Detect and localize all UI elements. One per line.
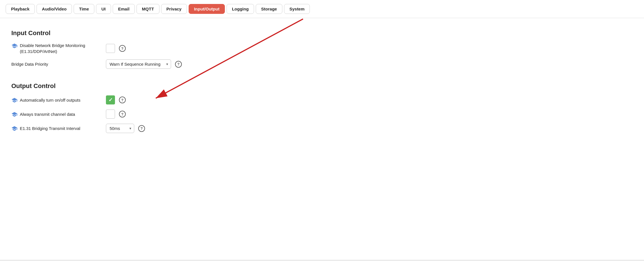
bridge-data-priority-wrapper: Warn If Sequence Running Always Never ▾ (106, 59, 171, 69)
label-auto-turn-on-off: Automatically turn on/off outputs (11, 97, 102, 103)
checkbox-auto-turn-on-off[interactable] (106, 95, 115, 104)
row-bridge-data-priority: Bridge Data Priority Warn If Sequence Ru… (11, 59, 300, 69)
e131-bridging-select[interactable]: 50ms 100ms 200ms 500ms (106, 124, 134, 133)
tab-logging[interactable]: Logging (227, 4, 254, 14)
help-icon-auto-turn-on-off[interactable]: ? (119, 97, 126, 103)
cap-icon-auto (11, 97, 18, 103)
bridge-data-priority-select[interactable]: Warn If Sequence Running Always Never (106, 59, 171, 69)
tab-privacy[interactable]: Privacy (161, 4, 187, 14)
input-control-title: Input Control (11, 29, 300, 37)
annotation-container: Automatically turn on/off outputs ? Alwa… (11, 95, 300, 119)
tab-time[interactable]: Time (74, 4, 94, 14)
row-auto-turn-on-off: Automatically turn on/off outputs ? (11, 95, 300, 104)
tab-bar: PlaybackAudio/VideoTimeUIEmailMQTTPrivac… (0, 0, 644, 18)
checkbox-always-transmit[interactable] (106, 110, 115, 119)
cap-icon (11, 43, 18, 49)
tab-playback[interactable]: Playback (6, 4, 35, 14)
tab-email[interactable]: Email (113, 4, 135, 14)
tab-audio-video[interactable]: Audio/Video (37, 4, 72, 14)
label-always-transmit: Always transmit channel data (11, 111, 102, 117)
label-bridge-data-priority: Bridge Data Priority (11, 62, 102, 67)
help-icon-always-transmit[interactable]: ? (119, 111, 126, 117)
row-disable-network-bridge: Disable Network Bridge Monitoring(E1.31/… (11, 42, 300, 54)
row-always-transmit: Always transmit channel data ? (11, 110, 300, 119)
tab-system[interactable]: System (284, 4, 310, 14)
help-icon-bridge-data-priority[interactable]: ? (175, 61, 182, 68)
e131-bridging-wrapper: 50ms 100ms 200ms 500ms ▾ (106, 124, 134, 133)
main-content: Input Control Disable Network Bridge Mon… (0, 18, 312, 147)
cap-icon-transmit (11, 111, 18, 117)
label-e131-bridging: E1.31 Bridging Transmit Interval (11, 125, 102, 132)
tab-mqtt[interactable]: MQTT (137, 4, 159, 14)
label-disable-network-bridge: Disable Network Bridge Monitoring(E1.31/… (11, 42, 102, 54)
help-icon-e131-bridging[interactable]: ? (138, 125, 145, 132)
help-icon-disable-network-bridge[interactable]: ? (119, 45, 126, 52)
tab-input-output[interactable]: Input/Output (189, 4, 225, 14)
tab-ui[interactable]: UI (96, 4, 111, 14)
output-control-title: Output Control (11, 82, 300, 90)
cap-icon-bridging (11, 125, 18, 132)
checkbox-disable-network-bridge[interactable] (106, 44, 115, 53)
row-e131-bridging: E1.31 Bridging Transmit Interval 50ms 10… (11, 124, 300, 133)
tab-storage[interactable]: Storage (256, 4, 282, 14)
